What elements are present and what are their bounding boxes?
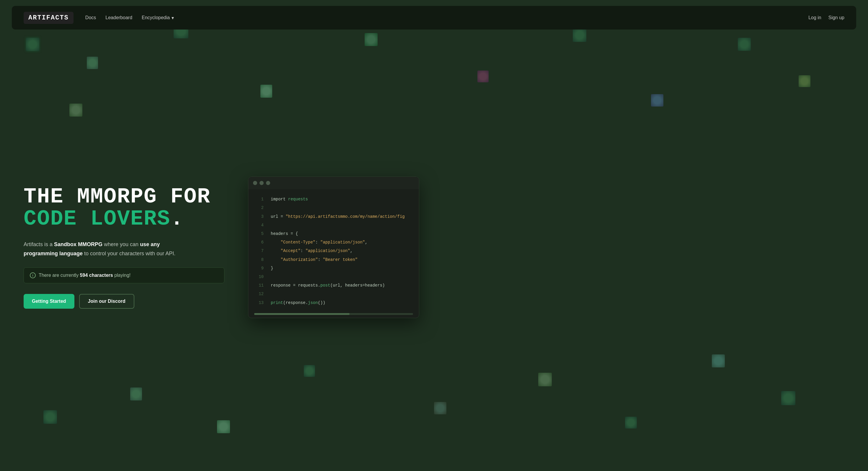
line-content: url = "https://api.artifactsmmo.com/my/n… bbox=[271, 213, 405, 220]
code-line: 11 response = requests.post(url, headers… bbox=[248, 281, 419, 290]
line-content bbox=[271, 204, 273, 212]
code-line: 6 "Content-Type": "application/json", bbox=[248, 238, 419, 247]
desc-middle: where you can bbox=[102, 242, 140, 247]
nav-link-leaderboard[interactable]: Leaderboard bbox=[105, 15, 132, 20]
code-line: 13 print(response.json()) bbox=[248, 299, 419, 307]
code-line: 9 } bbox=[248, 264, 419, 273]
line-number: 3 bbox=[254, 213, 264, 220]
line-number: 13 bbox=[254, 299, 264, 307]
encyclopedia-label: Encyclopedia bbox=[142, 15, 170, 20]
window-dot-2 bbox=[259, 181, 264, 185]
desc-prefix: Artifacts is a bbox=[24, 242, 54, 247]
line-number: 1 bbox=[254, 196, 264, 203]
chevron-down-icon: ▾ bbox=[172, 15, 174, 21]
line-content: } bbox=[271, 265, 273, 272]
navbar: ARTIFACTS Docs Leaderboard Encyclopedia … bbox=[12, 6, 856, 30]
login-link[interactable]: Log in bbox=[808, 15, 822, 20]
desc-bold1: Sandbox MMORPG bbox=[54, 242, 102, 247]
code-line: 7 "Accept": "application/json", bbox=[248, 247, 419, 255]
line-number: 6 bbox=[254, 239, 264, 246]
info-prefix: There are currently bbox=[39, 273, 80, 278]
desc-suffix: to control your characters with our API. bbox=[83, 251, 175, 256]
info-box: i There are currently 594 characters pla… bbox=[24, 268, 224, 283]
line-content: headers = { bbox=[271, 230, 298, 238]
line-number: 9 bbox=[254, 265, 264, 272]
line-content: import requests bbox=[271, 196, 308, 203]
code-line: 8 "Authorization": "Bearer token" bbox=[248, 256, 419, 264]
hero-title-line2: CODE LOVERS. bbox=[24, 208, 224, 230]
line-number: 4 bbox=[254, 222, 264, 229]
code-titlebar bbox=[248, 177, 419, 189]
line-number: 2 bbox=[254, 204, 264, 212]
nav-link-docs[interactable]: Docs bbox=[85, 15, 96, 20]
line-number: 8 bbox=[254, 256, 264, 263]
nav-left: ARTIFACTS Docs Leaderboard Encyclopedia … bbox=[24, 12, 174, 24]
line-content: response = requests.post(url, headers=he… bbox=[271, 282, 385, 289]
line-content bbox=[271, 222, 273, 229]
line-content: "Accept": "application/json", bbox=[271, 247, 352, 255]
info-text: There are currently 594 characters playi… bbox=[39, 273, 130, 278]
line-number: 11 bbox=[254, 282, 264, 289]
line-content bbox=[271, 273, 273, 281]
code-line: 10 bbox=[248, 273, 419, 281]
line-content: print(response.json()) bbox=[271, 299, 326, 307]
window-dot-1 bbox=[253, 181, 257, 185]
info-suffix: playing! bbox=[113, 273, 131, 278]
line-number: 5 bbox=[254, 230, 264, 238]
code-line: 4 bbox=[248, 221, 419, 229]
nav-right: Log in Sign up bbox=[808, 15, 844, 20]
discord-button[interactable]: Join our Discord bbox=[79, 294, 134, 309]
code-line: 3 url = "https://api.artifactsmmo.com/my… bbox=[248, 213, 419, 221]
main-content: THE MMORPG FOR CODE LOVERS. Artifacts is… bbox=[0, 30, 868, 465]
info-icon: i bbox=[30, 272, 36, 278]
code-line: 1 import requests bbox=[248, 195, 419, 203]
line-number: 7 bbox=[254, 247, 264, 255]
code-line: 5 headers = { bbox=[248, 229, 419, 238]
line-content: "Content-Type": "application/json", bbox=[271, 239, 368, 246]
hero-left: THE MMORPG FOR CODE LOVERS. Artifacts is… bbox=[24, 186, 224, 309]
line-number: 10 bbox=[254, 273, 264, 281]
hero-description: Artifacts is a Sandbox MMORPG where you … bbox=[24, 240, 189, 258]
line-content: "Authorization": "Bearer token" bbox=[271, 256, 358, 263]
getting-started-button[interactable]: Getting Started bbox=[24, 294, 74, 309]
nav-links: Docs Leaderboard Encyclopedia ▾ bbox=[85, 15, 174, 21]
hero-right: 1 import requests 2 3 url = "https://api… bbox=[248, 177, 419, 318]
hero-buttons: Getting Started Join our Discord bbox=[24, 294, 224, 309]
signup-link[interactable]: Sign up bbox=[829, 15, 844, 20]
code-window: 1 import requests 2 3 url = "https://api… bbox=[248, 177, 419, 318]
nav-link-encyclopedia[interactable]: Encyclopedia ▾ bbox=[142, 15, 174, 21]
line-content bbox=[271, 290, 273, 298]
code-body: 1 import requests 2 3 url = "https://api… bbox=[248, 189, 419, 313]
code-line: 12 bbox=[248, 290, 419, 299]
hero-title-green: CODE LOVERS bbox=[24, 207, 170, 231]
code-scrollbar[interactable] bbox=[254, 313, 413, 315]
code-line: 2 bbox=[248, 203, 419, 212]
line-number: 12 bbox=[254, 290, 264, 298]
scrollbar-thumb bbox=[254, 313, 349, 315]
hero-title-dot: . bbox=[170, 207, 184, 231]
window-dot-3 bbox=[266, 181, 270, 185]
char-count: 594 characters bbox=[80, 273, 113, 278]
hero-title-line1: THE MMORPG FOR bbox=[24, 186, 224, 208]
hero-title: THE MMORPG FOR CODE LOVERS. bbox=[24, 186, 224, 230]
logo[interactable]: ARTIFACTS bbox=[24, 12, 73, 24]
